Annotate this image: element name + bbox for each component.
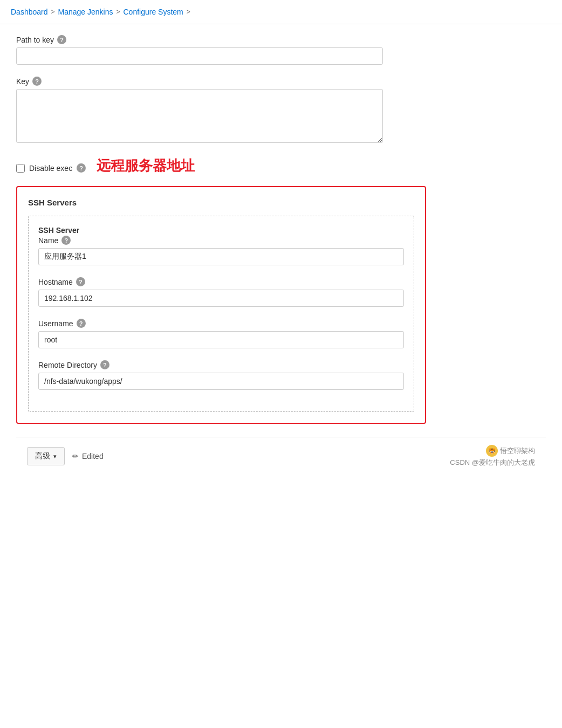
path-to-key-input[interactable] — [16, 47, 383, 65]
ssh-server-name-title: SSH Server — [38, 226, 79, 235]
username-group: Username ? (function(){ var el = documen… — [38, 319, 404, 348]
csdn-brand-name: 悟空聊架构 — [500, 446, 535, 456]
path-to-key-label: Path to key ? — [16, 35, 546, 44]
advanced-button[interactable]: 高级 ▾ — [27, 447, 65, 465]
hostname-group: Hostname ? (function(){ var el = documen… — [38, 277, 404, 307]
disable-exec-checkbox-group: Disable exec ? — [16, 163, 86, 173]
csdn-avatar: 🐯 — [486, 445, 498, 457]
ssh-servers-box: SSH Servers SSH Server Name ? (function(… — [16, 186, 426, 424]
pencil-icon: ✏ — [72, 452, 79, 461]
ssh-server-name-input[interactable] — [38, 248, 404, 265]
key-group: Key ? — [16, 77, 546, 145]
disable-exec-checkbox[interactable] — [16, 164, 25, 173]
path-to-key-help-icon[interactable]: ? — [57, 35, 66, 44]
csdn-logo-row: 🐯 悟空聊架构 — [486, 445, 535, 457]
username-help-icon[interactable]: ? — [77, 319, 86, 328]
key-label: Key ? — [16, 77, 546, 86]
ssh-server-name-label: SSH Server Name ? — [38, 226, 404, 245]
hostname-label-text: Hostname — [38, 278, 73, 286]
disable-exec-label: Disable exec — [29, 164, 72, 173]
breadcrumb-manage-jenkins[interactable]: Manage Jenkins — [58, 8, 113, 16]
hostname-help-icon[interactable]: ? — [76, 277, 85, 286]
disable-exec-help-icon[interactable]: ? — [77, 163, 86, 173]
key-textarea[interactable] — [16, 89, 383, 143]
breadcrumb-configure-system[interactable]: Configure System — [123, 8, 183, 16]
advanced-label: 高级 — [35, 451, 50, 461]
ssh-servers-title: SSH Servers — [28, 198, 414, 207]
username-label: Username ? — [38, 319, 404, 328]
key-help-icon[interactable]: ? — [32, 77, 42, 86]
breadcrumb-sep-1: > — [51, 8, 55, 16]
edited-indicator: ✏ Edited — [72, 452, 104, 461]
hostname-label: Hostname ? — [38, 277, 404, 286]
disable-exec-row: Disable exec ? 远程服务器地址 — [16, 156, 546, 175]
breadcrumb-dashboard[interactable]: Dashboard — [11, 8, 48, 16]
ssh-server-name-group: SSH Server Name ? (function(){ var el = … — [38, 226, 404, 265]
username-input[interactable] — [38, 331, 404, 348]
remote-directory-help-icon[interactable]: ? — [100, 360, 109, 369]
edited-label: Edited — [82, 452, 104, 461]
hostname-input[interactable] — [38, 290, 404, 307]
path-to-key-label-text: Path to key — [16, 36, 54, 44]
remote-directory-label: Remote Directory ? — [38, 360, 404, 369]
annotation-text: 远程服务器地址 — [97, 156, 195, 175]
key-label-text: Key — [16, 77, 29, 86]
ssh-server-inner: SSH Server Name ? (function(){ var el = … — [28, 216, 414, 412]
breadcrumb: Dashboard > Manage Jenkins > Configure S… — [0, 0, 562, 24]
breadcrumb-sep-2: > — [116, 8, 120, 16]
remote-directory-group: Remote Directory ? (function(){ var el =… — [38, 360, 404, 390]
remote-directory-label-text: Remote Directory — [38, 361, 97, 369]
username-label-text: Username — [38, 319, 73, 328]
csdn-watermark: 🐯 悟空聊架构 CSDN @爱吃牛肉的大老虎 — [450, 445, 535, 468]
remote-directory-input[interactable] — [38, 373, 404, 390]
breadcrumb-sep-3: > — [187, 8, 190, 16]
csdn-author: CSDN @爱吃牛肉的大老虎 — [450, 458, 535, 468]
main-content: Path to key ? Key ? Disable exec ? 远程服务器… — [0, 24, 562, 491]
path-to-key-group: Path to key ? — [16, 35, 546, 65]
bottom-bar: 高级 ▾ ✏ Edited 🐯 悟空聊架构 CSDN @爱吃牛肉的大老虎 — [16, 437, 546, 475]
chevron-down-icon: ▾ — [53, 453, 57, 460]
ssh-server-name-help-icon[interactable]: ? — [61, 236, 71, 245]
ssh-server-name-sub-label: Name — [38, 236, 58, 245]
